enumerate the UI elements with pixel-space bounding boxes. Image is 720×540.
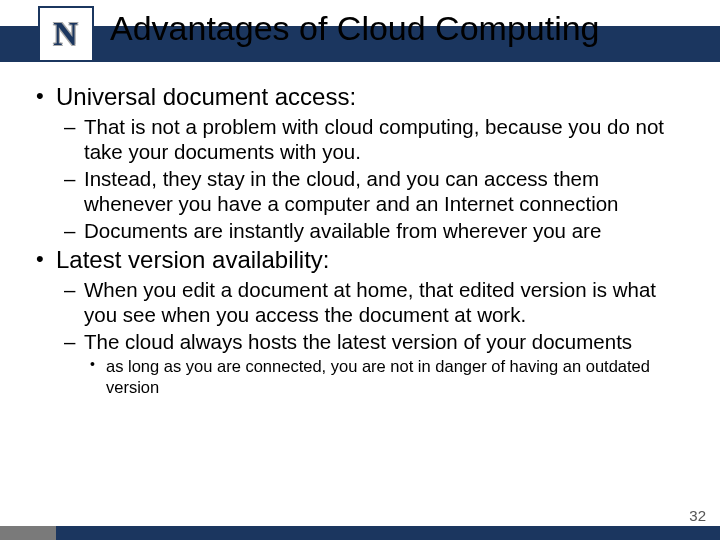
sub-text: The cloud always hosts the latest versio… (84, 330, 632, 353)
subsub-list: as long as you are connected, you are no… (84, 356, 690, 397)
sub-text: When you edit a document at home, that e… (84, 278, 656, 326)
sub-list: When you edit a document at home, that e… (56, 277, 690, 397)
sub-item: Instead, they stay in the cloud, and you… (56, 166, 690, 216)
sub-text: That is not a problem with cloud computi… (84, 115, 664, 163)
subsub-text: as long as you are connected, you are no… (106, 357, 650, 396)
footer-bar (0, 526, 720, 540)
sub-item: The cloud always hosts the latest versio… (56, 329, 690, 397)
bullet-list: Universal document access: That is not a… (30, 82, 690, 397)
logo: N (38, 6, 94, 62)
content-area: Universal document access: That is not a… (30, 82, 690, 399)
bullet-item: Latest version availability: When you ed… (30, 245, 690, 397)
subsub-item: as long as you are connected, you are no… (84, 356, 690, 397)
sub-item: When you edit a document at home, that e… (56, 277, 690, 327)
bullet-text: Universal document access: (56, 83, 356, 110)
bullet-text: Latest version availability: (56, 246, 329, 273)
sub-item: That is not a problem with cloud computi… (56, 114, 690, 164)
slide-title: Advantages of Cloud Computing (110, 10, 690, 47)
sub-item: Documents are instantly available from w… (56, 218, 690, 243)
sub-text: Documents are instantly available from w… (84, 219, 601, 242)
slide: N Advantages of Cloud Computing Universa… (0, 0, 720, 540)
sub-text: Instead, they stay in the cloud, and you… (84, 167, 619, 215)
logo-letter: N (53, 15, 79, 53)
page-number: 32 (689, 507, 706, 524)
footer-accent (0, 526, 56, 540)
bullet-item: Universal document access: That is not a… (30, 82, 690, 243)
sub-list: That is not a problem with cloud computi… (56, 114, 690, 243)
